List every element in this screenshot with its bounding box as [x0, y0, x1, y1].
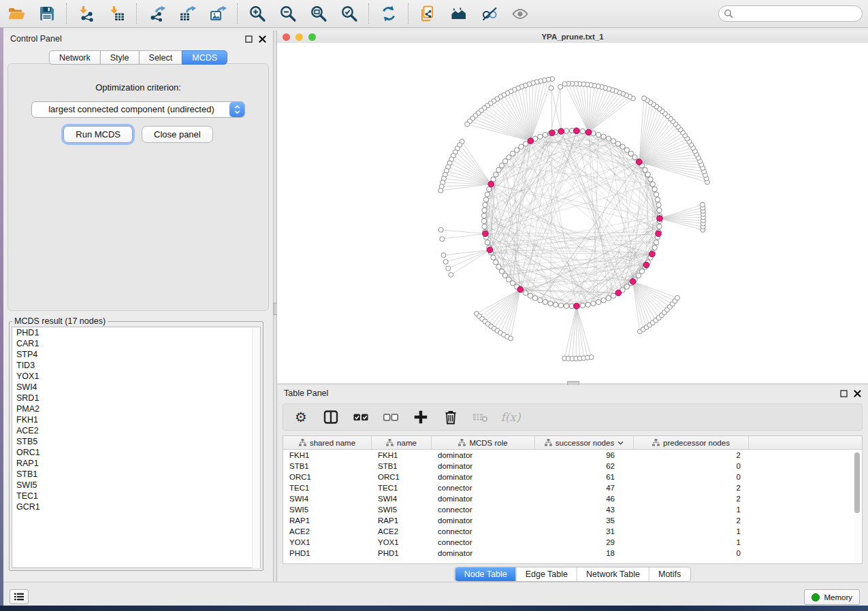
clone-network-button[interactable] [419, 3, 438, 24]
float-panel-icon[interactable] [244, 35, 253, 43]
table-row[interactable]: ACE2ACE2connector311 [283, 526, 862, 537]
close-panel-button[interactable]: Close panel [142, 126, 213, 143]
close-window-icon[interactable] [283, 33, 290, 41]
table-row[interactable]: YOX1YOX1connector291 [283, 537, 862, 548]
delete-table-button[interactable] [472, 408, 489, 426]
zoom-window-icon[interactable] [308, 33, 316, 41]
table-row[interactable]: TEC1TEC1connector472 [283, 482, 862, 493]
zoom-in-button[interactable] [248, 3, 267, 24]
search-field[interactable] [718, 5, 863, 22]
tab-node-table[interactable]: Node Table [455, 567, 516, 581]
tab-network[interactable]: Network [49, 50, 101, 65]
tab-mcds[interactable]: MCDS [182, 50, 227, 65]
mcds-result-item[interactable]: SRD1 [12, 393, 260, 403]
export-table-button[interactable] [178, 3, 197, 24]
mcds-result-item[interactable]: TEC1 [12, 491, 260, 501]
column-label: MCDS role [469, 439, 507, 447]
tab-style[interactable]: Style [100, 50, 140, 65]
zoom-out-button[interactable] [278, 3, 298, 24]
mcds-result-item[interactable]: TID3 [12, 360, 260, 371]
table-cell: dominator [432, 450, 535, 461]
column-settings-button[interactable]: ⚙ [293, 408, 309, 426]
table-cell: YOX1 [372, 537, 432, 548]
zoom-selected-button[interactable] [340, 3, 359, 24]
attribute-icon [299, 439, 306, 446]
import-table-button[interactable] [108, 3, 127, 24]
mcds-result-item[interactable]: SWI5 [12, 480, 260, 491]
table-row[interactable]: SWI4SWI4dominator462 [283, 493, 862, 504]
mcds-result-item[interactable]: SWI4 [12, 382, 260, 393]
show-columns-button[interactable] [323, 408, 339, 426]
mcds-result-item[interactable]: STB1 [12, 469, 260, 480]
function-builder-button[interactable]: f(x) [502, 408, 519, 426]
zoom-fit-button[interactable] [309, 3, 328, 24]
table-cell: 2 [634, 515, 749, 526]
open-file-button[interactable] [7, 3, 26, 24]
dropdown-selected-value: largest connected component (undirected) [32, 102, 244, 117]
table-row[interactable]: ORC1ORC1dominator610 [283, 472, 862, 482]
save-session-button[interactable] [37, 3, 57, 24]
mcds-result-list[interactable]: PHD1CAR1STP4TID3YOX1SWI4SRD1PMA2FKH1ACE2… [12, 327, 261, 568]
mcds-result-item[interactable]: RAP1 [12, 458, 260, 469]
table-scrollbar[interactable] [854, 450, 861, 562]
network-titlebar[interactable]: YPA_prune.txt_1 [277, 31, 868, 44]
network-canvas[interactable] [277, 43, 868, 383]
float-panel-icon[interactable] [839, 389, 848, 397]
apply-layout-button[interactable] [379, 3, 398, 24]
mcds-result-item[interactable]: PHD1 [12, 327, 260, 338]
table-row[interactable]: RAP1RAP1dominator352 [283, 515, 862, 526]
fx-icon: f(x) [500, 410, 520, 424]
mcds-list-scrollbar[interactable] [252, 328, 260, 568]
column-header-predecessor-nodes[interactable]: predecessor nodes [634, 436, 749, 449]
memory-button[interactable]: Memory [804, 589, 860, 605]
export-image-button[interactable] [208, 3, 227, 24]
mcds-result-title: MCDS result (17 nodes) [12, 316, 108, 326]
mcds-result-item[interactable]: STB5 [12, 436, 260, 447]
mcds-result-item[interactable]: PMA2 [12, 403, 260, 414]
toolbar-separator [368, 3, 370, 24]
table-row[interactable]: SWI5SWI5connector431 [283, 504, 862, 515]
show-log-button[interactable] [10, 589, 29, 604]
node-table: shared name name MCDS role successor nod… [283, 435, 863, 564]
deselect-all-button[interactable] [383, 408, 399, 426]
mcds-result-item[interactable]: GCR1 [12, 501, 260, 512]
table-row[interactable]: FKH1FKH1dominator962 [283, 450, 862, 461]
mcds-result-item[interactable]: ACE2 [12, 425, 260, 436]
import-network-button[interactable] [77, 3, 96, 24]
hide-graphics-details-button[interactable] [480, 3, 499, 24]
close-panel-icon[interactable] [853, 389, 861, 397]
table-row[interactable]: PHD1PHD1dominator180 [283, 548, 862, 559]
add-row-button[interactable] [413, 408, 429, 426]
delete-row-button[interactable] [443, 408, 459, 426]
export-network-button[interactable] [147, 3, 166, 24]
table-cell: PHD1 [283, 548, 372, 559]
search-input[interactable] [736, 8, 862, 19]
mcds-result-item[interactable]: CAR1 [12, 338, 260, 349]
mcds-result-item[interactable]: ORC1 [12, 447, 260, 458]
minimize-window-icon[interactable] [295, 33, 303, 41]
table-cell: SWI5 [283, 504, 372, 515]
mcds-result-item[interactable]: FKH1 [12, 414, 260, 425]
mcds-result-item[interactable]: YOX1 [12, 371, 260, 382]
tab-motifs[interactable]: Motifs [649, 567, 690, 581]
scrollbar-thumb[interactable] [854, 452, 860, 513]
table-cell: 0 [634, 548, 749, 559]
home-button[interactable] [449, 3, 468, 24]
run-mcds-button[interactable]: Run MCDS [63, 126, 133, 143]
toolbar-separator [66, 3, 67, 24]
mcds-result-item[interactable]: STP4 [12, 349, 260, 360]
table-cell: connector [432, 537, 535, 548]
tab-select[interactable]: Select [139, 50, 183, 65]
show-graphics-details-button[interactable] [511, 3, 530, 24]
column-header-successor-nodes[interactable]: successor nodes [535, 436, 634, 449]
tab-edge-table[interactable]: Edge Table [516, 567, 577, 581]
column-header-name[interactable]: name [372, 436, 432, 449]
optimization-criterion-dropdown[interactable]: largest connected component (undirected) [31, 101, 245, 118]
column-header-shared-name[interactable]: shared name [283, 436, 372, 449]
column-label: predecessor nodes [663, 439, 730, 447]
column-header-mcds-role[interactable]: MCDS role [432, 436, 535, 449]
tab-network-table[interactable]: Network Table [577, 567, 649, 581]
select-all-button[interactable] [353, 408, 369, 426]
table-row[interactable]: STB1STB1dominator620 [283, 461, 862, 472]
close-panel-icon[interactable] [258, 35, 266, 43]
